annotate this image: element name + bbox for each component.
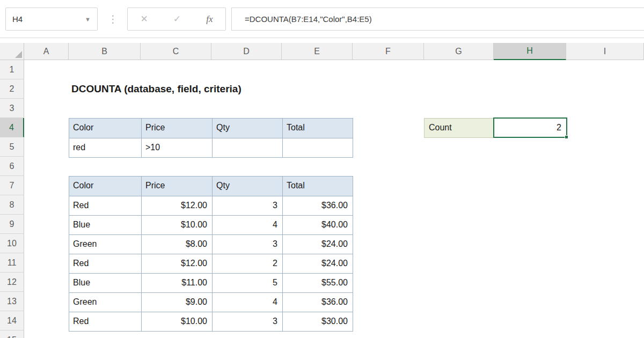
selected-cell-h4[interactable]: 2 <box>493 117 567 138</box>
formula-bar-menu-icon[interactable]: ⋮ <box>108 8 118 31</box>
formula-text: =DCOUNTA(B7:E14,"Color",B4:E5) <box>245 14 372 24</box>
insert-function-icon[interactable]: fx <box>206 14 213 25</box>
color-cell[interactable]: Red <box>69 254 141 273</box>
price-cell[interactable]: $8.00 <box>141 235 212 254</box>
database-header-cell[interactable]: Price <box>141 177 212 196</box>
row-header-7[interactable]: 7 <box>0 176 24 195</box>
price-cell[interactable]: $10.00 <box>141 312 212 331</box>
qty-cell[interactable]: 2 <box>212 254 282 273</box>
formula-buttons-group: ✕ ✓ fx <box>127 8 226 31</box>
price-cell[interactable]: $10.00 <box>141 216 212 234</box>
criteria-header-cell[interactable]: Color <box>69 119 141 138</box>
table-row: Red $12.00 3 $36.00 <box>69 196 353 215</box>
table-row: Green $8.00 3 $24.00 <box>69 234 353 254</box>
price-cell[interactable]: $12.00 <box>141 254 212 273</box>
qty-cell[interactable]: 3 <box>212 312 282 331</box>
count-result-value: 2 <box>557 123 561 132</box>
criteria-value-row: red >10 <box>69 138 353 157</box>
column-header-f[interactable]: F <box>353 43 424 60</box>
row-header-12[interactable]: 12 <box>0 273 24 292</box>
price-cell[interactable]: $11.00 <box>141 274 212 292</box>
column-header-e[interactable]: E <box>282 43 353 60</box>
row-header-13[interactable]: 13 <box>0 292 24 311</box>
table-row: Green $9.00 4 $36.00 <box>69 292 353 312</box>
count-label-cell[interactable]: Count <box>424 118 494 138</box>
row-header-1[interactable]: 1 <box>0 60 24 79</box>
database-header-cell[interactable]: Color <box>69 177 141 196</box>
column-header-i[interactable]: I <box>566 43 644 60</box>
color-cell[interactable]: Red <box>69 196 141 215</box>
qty-cell[interactable]: 4 <box>212 293 282 312</box>
column-header-a[interactable]: A <box>24 43 69 60</box>
column-header-c[interactable]: C <box>141 43 211 60</box>
criteria-header-row: Color Price Qty Total <box>69 119 353 138</box>
name-box-value: H4 <box>12 14 23 24</box>
total-cell[interactable]: $30.00 <box>282 312 353 331</box>
select-all-button[interactable] <box>0 43 24 60</box>
database-header-cell[interactable]: Total <box>282 177 353 196</box>
total-cell[interactable]: $36.00 <box>282 293 353 312</box>
total-cell[interactable]: $36.00 <box>282 196 353 215</box>
formula-toolbar: H4 ▼ ⋮ ✕ ✓ fx =DCOUNTA(B7:E14,"Color",B4… <box>0 0 644 38</box>
color-cell[interactable]: Red <box>69 312 141 331</box>
criteria-cell[interactable]: >10 <box>141 138 212 157</box>
database-header-row: Color Price Qty Total <box>69 177 353 196</box>
column-header-d[interactable]: D <box>211 43 282 60</box>
excel-window: { "name_box": { "value": "H4" }, "formul… <box>0 0 644 338</box>
name-box[interactable]: H4 ▼ <box>5 8 98 31</box>
row-header-14[interactable]: 14 <box>0 311 24 330</box>
total-cell[interactable]: $24.00 <box>282 235 353 254</box>
criteria-header-cell[interactable]: Price <box>141 119 212 138</box>
table-row: Blue $10.00 4 $40.00 <box>69 215 353 234</box>
criteria-cell[interactable]: red <box>69 138 141 157</box>
price-cell[interactable]: $9.00 <box>141 293 212 312</box>
fill-handle[interactable] <box>565 135 568 139</box>
color-cell[interactable]: Blue <box>69 274 141 292</box>
total-cell[interactable]: $24.00 <box>282 254 353 273</box>
page-title[interactable]: DCOUNTA (database, field, criteria) <box>71 79 241 99</box>
row-header-5[interactable]: 5 <box>0 137 24 157</box>
cancel-icon[interactable]: ✕ <box>141 13 148 25</box>
row-header-9[interactable]: 9 <box>0 215 24 234</box>
total-cell[interactable]: $40.00 <box>282 216 353 234</box>
enter-icon[interactable]: ✓ <box>173 13 181 25</box>
row-header-15[interactable]: 15 <box>0 330 24 338</box>
qty-cell[interactable]: 3 <box>212 196 282 215</box>
total-cell[interactable]: $55.00 <box>282 274 353 292</box>
table-row: Red $12.00 2 $24.00 <box>69 254 353 273</box>
column-header-h[interactable]: H <box>494 43 566 60</box>
database-table: Color Price Qty Total Red $12.00 3 $36.0… <box>69 176 353 332</box>
criteria-header-cell[interactable]: Total <box>282 119 353 138</box>
formula-bar[interactable]: =DCOUNTA(B7:E14,"Color",B4:E5) <box>231 8 644 31</box>
color-cell[interactable]: Green <box>69 235 141 254</box>
table-row: Blue $11.00 5 $55.00 <box>69 273 353 292</box>
row-header-8[interactable]: 8 <box>0 195 24 215</box>
database-header-cell[interactable]: Qty <box>212 177 282 196</box>
qty-cell[interactable]: 5 <box>212 274 282 292</box>
color-cell[interactable]: Green <box>69 293 141 312</box>
criteria-cell[interactable] <box>212 138 282 157</box>
column-header-b[interactable]: B <box>69 43 141 60</box>
row-header-4[interactable]: 4 <box>0 118 24 137</box>
row-header-6[interactable]: 6 <box>0 157 24 176</box>
qty-cell[interactable]: 4 <box>212 216 282 234</box>
qty-cell[interactable]: 3 <box>212 235 282 254</box>
table-row: Red $10.00 3 $30.00 <box>69 312 353 331</box>
column-header-g[interactable]: G <box>424 43 494 60</box>
price-cell[interactable]: $12.00 <box>141 196 212 215</box>
select-all-triangle-icon <box>15 51 22 58</box>
row-header-2[interactable]: 2 <box>0 79 24 99</box>
row-header-11[interactable]: 11 <box>0 253 24 273</box>
criteria-cell[interactable] <box>282 138 353 157</box>
name-box-dropdown-icon[interactable]: ▼ <box>85 16 91 23</box>
row-header-3[interactable]: 3 <box>0 99 24 118</box>
criteria-header-cell[interactable]: Qty <box>212 119 282 138</box>
color-cell[interactable]: Blue <box>69 216 141 234</box>
criteria-table: Color Price Qty Total red >10 <box>69 118 353 158</box>
row-header-10[interactable]: 10 <box>0 234 24 253</box>
